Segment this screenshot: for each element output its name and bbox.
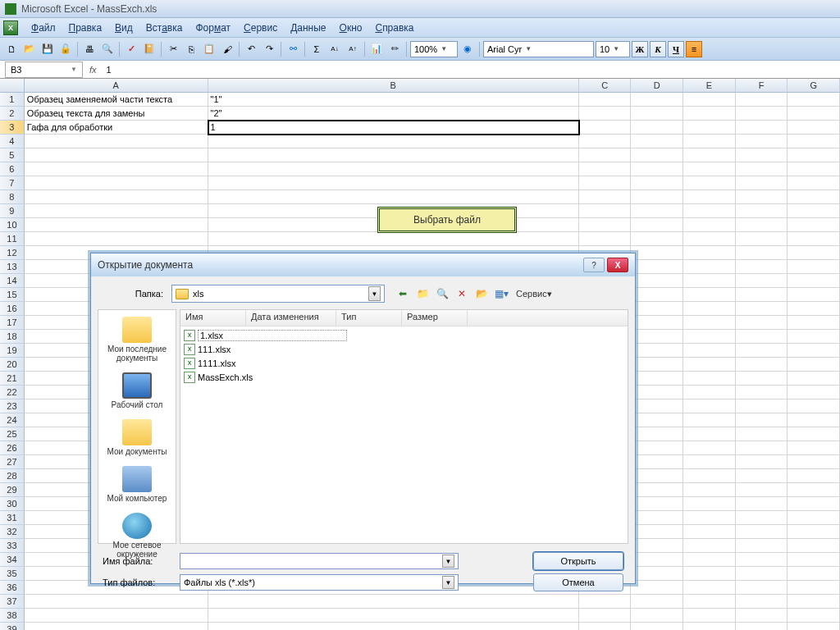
cell-D33[interactable] bbox=[631, 539, 683, 553]
cell-F28[interactable] bbox=[736, 469, 788, 483]
cell-G1[interactable] bbox=[788, 93, 840, 107]
cell-G18[interactable] bbox=[788, 330, 840, 344]
cell-C1[interactable] bbox=[579, 93, 632, 107]
cell-A10[interactable] bbox=[25, 218, 208, 232]
cell-C38[interactable] bbox=[579, 609, 632, 623]
cell-B6[interactable] bbox=[208, 162, 579, 176]
cell-D19[interactable] bbox=[631, 344, 683, 358]
cell-D9[interactable] bbox=[631, 204, 683, 218]
cell-E9[interactable] bbox=[683, 204, 736, 218]
col-header-C[interactable]: C bbox=[579, 79, 632, 92]
row-header[interactable]: 17 bbox=[0, 316, 25, 330]
choose-file-button[interactable]: Выбрать файл bbox=[377, 207, 517, 233]
cell-G26[interactable] bbox=[788, 441, 840, 455]
excel-doc-icon[interactable]: X bbox=[3, 21, 18, 35]
sort-desc-icon[interactable]: A↑ bbox=[345, 41, 361, 57]
cell-D37[interactable] bbox=[631, 595, 683, 609]
row-header[interactable]: 18 bbox=[0, 330, 25, 344]
new-folder-icon[interactable]: 📂 bbox=[473, 285, 490, 302]
cell-G39[interactable] bbox=[788, 623, 840, 630]
cell-D36[interactable] bbox=[631, 581, 683, 595]
menu-help[interactable]: Справка bbox=[368, 20, 420, 36]
cell-D1[interactable] bbox=[631, 93, 683, 107]
cell-B38[interactable] bbox=[208, 609, 579, 623]
cell-G29[interactable] bbox=[788, 483, 840, 497]
cell-E29[interactable] bbox=[683, 483, 736, 497]
autosum-icon[interactable]: Σ bbox=[308, 41, 325, 57]
menu-file[interactable]: Файл bbox=[25, 20, 62, 36]
row-header[interactable]: 30 bbox=[0, 497, 25, 511]
cell-G7[interactable] bbox=[788, 176, 840, 190]
bold-button[interactable]: Ж bbox=[632, 41, 648, 57]
cell-G37[interactable] bbox=[788, 595, 840, 609]
cell-E30[interactable] bbox=[683, 497, 736, 511]
cell-G31[interactable] bbox=[788, 511, 840, 525]
cell-G25[interactable] bbox=[788, 427, 840, 441]
cell-E12[interactable] bbox=[683, 246, 736, 260]
cell-C5[interactable] bbox=[579, 148, 632, 162]
cell-G38[interactable] bbox=[788, 609, 840, 623]
col-header-E[interactable]: E bbox=[683, 79, 736, 92]
cell-G14[interactable] bbox=[788, 274, 840, 288]
cell-G19[interactable] bbox=[788, 344, 840, 358]
cell-D16[interactable] bbox=[631, 302, 683, 316]
cell-G11[interactable] bbox=[788, 232, 840, 246]
new-icon[interactable]: 🗋 bbox=[3, 41, 20, 57]
cell-D27[interactable] bbox=[631, 455, 683, 469]
cell-G30[interactable] bbox=[788, 497, 840, 511]
cell-E34[interactable] bbox=[683, 553, 736, 567]
cell-C10[interactable] bbox=[579, 218, 632, 232]
back-icon[interactable]: ⬅ bbox=[395, 285, 411, 302]
cell-F34[interactable] bbox=[736, 553, 788, 567]
row-header[interactable]: 23 bbox=[0, 399, 25, 413]
row-header[interactable]: 36 bbox=[0, 581, 25, 595]
cell-G15[interactable] bbox=[788, 288, 840, 302]
place-documents[interactable]: Мои документы bbox=[100, 418, 174, 461]
cell-G16[interactable] bbox=[788, 302, 840, 316]
chart-icon[interactable]: 📊 bbox=[368, 41, 385, 57]
cell-G4[interactable] bbox=[788, 135, 840, 148]
cell-F24[interactable] bbox=[736, 413, 788, 427]
cell-F35[interactable] bbox=[736, 567, 788, 581]
place-desktop[interactable]: Рабочий стол bbox=[100, 371, 174, 414]
cell-G10[interactable] bbox=[788, 218, 840, 232]
cell-E21[interactable] bbox=[683, 372, 736, 386]
service-menu[interactable]: Сервис ▾ bbox=[513, 285, 555, 302]
row-header[interactable]: 35 bbox=[0, 567, 25, 581]
cell-D21[interactable] bbox=[631, 372, 683, 386]
fx-label[interactable]: fx bbox=[89, 65, 97, 75]
cell-F19[interactable] bbox=[736, 344, 788, 358]
folder-combo[interactable]: xls ▼ bbox=[171, 285, 385, 303]
cell-D34[interactable] bbox=[631, 553, 683, 567]
row-header[interactable]: 33 bbox=[0, 539, 25, 553]
row-header[interactable]: 8 bbox=[0, 190, 25, 204]
row-header[interactable]: 5 bbox=[0, 148, 25, 162]
cell-F38[interactable] bbox=[736, 609, 788, 623]
cell-D7[interactable] bbox=[631, 176, 683, 190]
delete-icon[interactable]: ✕ bbox=[454, 285, 470, 302]
row-header[interactable]: 27 bbox=[0, 455, 25, 469]
align-left-button[interactable]: ≡ bbox=[686, 41, 702, 57]
formula-input[interactable] bbox=[103, 62, 840, 78]
cell-G17[interactable] bbox=[788, 316, 840, 330]
open-icon[interactable]: 📂 bbox=[21, 41, 38, 57]
menu-edit[interactable]: Правка bbox=[62, 20, 109, 36]
cell-E20[interactable] bbox=[683, 358, 736, 372]
cell-D17[interactable] bbox=[631, 316, 683, 330]
cell-D2[interactable] bbox=[631, 107, 683, 121]
cell-E7[interactable] bbox=[683, 176, 736, 190]
row-header[interactable]: 32 bbox=[0, 525, 25, 539]
cell-C39[interactable] bbox=[579, 623, 632, 630]
cell-A8[interactable] bbox=[25, 190, 208, 204]
cell-E17[interactable] bbox=[683, 316, 736, 330]
row-header[interactable]: 3 bbox=[0, 121, 25, 135]
cell-E11[interactable] bbox=[683, 232, 736, 246]
cell-D15[interactable] bbox=[631, 288, 683, 302]
row-header[interactable]: 39 bbox=[0, 623, 25, 630]
cell-F31[interactable] bbox=[736, 511, 788, 525]
hyperlink-icon[interactable]: ⚯ bbox=[285, 41, 301, 57]
menu-window[interactable]: Окно bbox=[333, 20, 369, 36]
cell-A38[interactable] bbox=[25, 609, 208, 623]
cell-F3[interactable] bbox=[736, 121, 788, 135]
cell-G36[interactable] bbox=[788, 581, 840, 595]
